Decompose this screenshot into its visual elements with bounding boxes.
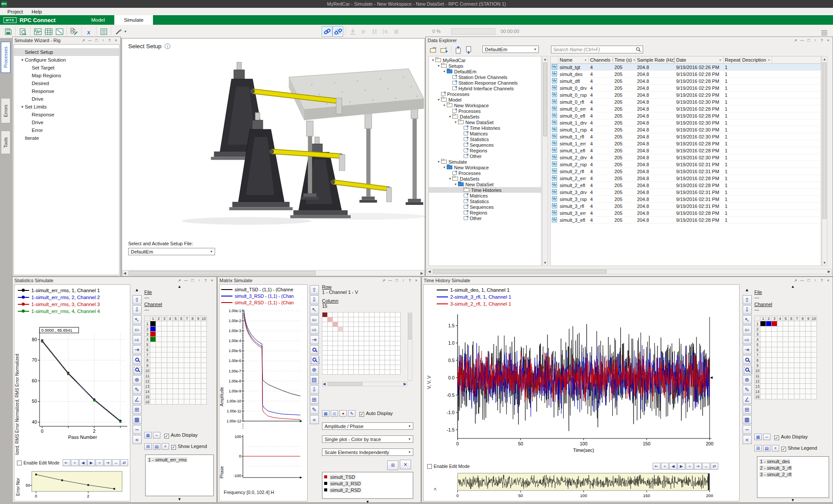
grid-cell[interactable] bbox=[162, 332, 167, 337]
matrix-trace-list[interactable]: simult_TSDsimult_3_RSDsimult_2_RSD bbox=[322, 472, 413, 499]
nav-page-fwd-icon[interactable]: » bbox=[686, 463, 694, 470]
grid-cell[interactable] bbox=[196, 326, 201, 332]
grid-cell[interactable] bbox=[201, 342, 207, 347]
maximize-icon[interactable]: □ bbox=[394, 278, 399, 283]
grid-cell[interactable] bbox=[794, 363, 800, 368]
grid-cell[interactable] bbox=[766, 332, 772, 337]
grid-cell[interactable] bbox=[395, 327, 401, 332]
plot-type-dropdown[interactable]: Amplitude / Phase▼ bbox=[322, 422, 413, 430]
grid-cell[interactable] bbox=[343, 327, 348, 332]
grid-cell[interactable] bbox=[167, 363, 173, 368]
search-input[interactable]: Search Name (Ctrl+F) bbox=[551, 46, 643, 53]
export-file-icon[interactable] bbox=[464, 45, 474, 54]
help-icon[interactable]: ? bbox=[819, 278, 824, 283]
grid-cell[interactable] bbox=[390, 351, 395, 356]
tree-vscrollbar[interactable]: ▲▼ bbox=[542, 56, 548, 266]
grid-cell[interactable] bbox=[162, 379, 167, 384]
grid-cell[interactable] bbox=[348, 332, 354, 336]
grid-cell[interactable] bbox=[150, 389, 156, 394]
grid-cell[interactable] bbox=[328, 365, 333, 370]
grid-cell[interactable] bbox=[390, 336, 395, 341]
grid-cell[interactable] bbox=[359, 360, 364, 365]
grid-cell[interactable] bbox=[772, 352, 777, 358]
grid-cell[interactable] bbox=[348, 336, 354, 341]
delete-icon[interactable]: × bbox=[772, 445, 779, 451]
grid-cell[interactable] bbox=[806, 363, 811, 368]
grid-cell[interactable] bbox=[783, 379, 789, 384]
grid-cell[interactable] bbox=[348, 322, 354, 327]
grid-cell[interactable] bbox=[338, 365, 343, 370]
grid-cell[interactable] bbox=[395, 356, 401, 360]
grid-cell[interactable] bbox=[179, 352, 184, 358]
grid-cell[interactable] bbox=[783, 352, 789, 358]
table-row[interactable]: simult_0_efl4205204.89/19/2016 02:28 PM1 bbox=[551, 112, 821, 119]
sidebar-tab-processes[interactable]: Processes bbox=[1, 42, 10, 73]
grid-cell[interactable] bbox=[395, 322, 401, 327]
save-icon[interactable] bbox=[3, 26, 13, 37]
grid-cell[interactable] bbox=[369, 370, 375, 375]
overlay-icon[interactable]: ▤ bbox=[763, 445, 770, 451]
trace-list-item[interactable]: simult_TSD bbox=[324, 474, 411, 480]
grid-cell[interactable] bbox=[179, 389, 184, 394]
grid-cell[interactable] bbox=[184, 358, 190, 363]
grid-cell[interactable] bbox=[354, 336, 359, 341]
grid-cell[interactable] bbox=[196, 379, 201, 384]
grid-cell[interactable] bbox=[322, 317, 328, 322]
grid-cell[interactable] bbox=[184, 379, 190, 384]
grid-cell[interactable] bbox=[800, 389, 806, 394]
trace-list-item[interactable]: simult_2_RSD bbox=[324, 487, 411, 493]
grid-cell[interactable] bbox=[348, 360, 354, 365]
grid-cell[interactable] bbox=[184, 352, 190, 358]
table-row[interactable]: simult_1_rfl4205204.89/19/2016 02:30 PM1 bbox=[551, 133, 821, 140]
statistics-thumbnail[interactable]: 5002 bbox=[20, 471, 129, 500]
grid-cell[interactable] bbox=[333, 360, 338, 365]
stop-icon[interactable] bbox=[391, 26, 402, 37]
grid-cell[interactable] bbox=[369, 346, 375, 351]
grid-cell[interactable] bbox=[167, 326, 173, 332]
grid-cell[interactable] bbox=[348, 351, 354, 356]
table-row[interactable]: simult_3_drv4205204.89/19/2016 02:31 PM1 bbox=[551, 189, 821, 196]
grid-cell[interactable] bbox=[800, 321, 806, 326]
grid-cell[interactable] bbox=[184, 399, 190, 405]
grid-cell[interactable] bbox=[338, 351, 343, 356]
chart-display-icon[interactable]: ∼ bbox=[153, 432, 160, 438]
select-mode-icon[interactable]: ↖ bbox=[133, 315, 142, 324]
tree-item-new-dataset[interactable]: ▾New DataSet bbox=[429, 119, 541, 125]
table-row[interactable]: simult_des4205204.89/19/2016 02:28 PM1 bbox=[551, 71, 821, 78]
grid-cell[interactable] bbox=[190, 321, 196, 326]
zoom-in-icon[interactable] bbox=[133, 355, 142, 364]
grid-cell[interactable] bbox=[806, 326, 811, 332]
scroll-up-icon[interactable]: ▲ bbox=[144, 284, 215, 289]
close-icon[interactable]: × bbox=[414, 278, 419, 283]
grid-cell[interactable] bbox=[772, 321, 777, 326]
close-icon[interactable]: × bbox=[209, 278, 215, 283]
grid-cell[interactable] bbox=[783, 363, 789, 368]
grid-cell[interactable] bbox=[806, 384, 811, 389]
matrix-cell-grid[interactable]: ◀▶ bbox=[322, 312, 419, 375]
grid-cell[interactable] bbox=[343, 341, 348, 346]
grid-cell[interactable] bbox=[156, 326, 162, 332]
grid-cell[interactable] bbox=[333, 346, 338, 351]
grid-cell[interactable] bbox=[772, 389, 777, 394]
grid-cell[interactable] bbox=[322, 356, 328, 360]
tree-item-other[interactable]: Other bbox=[429, 153, 541, 159]
grid-cell[interactable] bbox=[760, 368, 766, 373]
grid-cell[interactable] bbox=[167, 394, 173, 399]
table-row[interactable]: simult_dfl4205204.89/19/2016 02:28 PM1 bbox=[551, 78, 821, 85]
grid-cell[interactable] bbox=[333, 332, 338, 336]
tree-item-time-histories[interactable]: Time Histories bbox=[429, 187, 541, 193]
grid-cell[interactable] bbox=[380, 332, 385, 336]
grid-cell[interactable] bbox=[772, 368, 777, 373]
table-row[interactable]: simult_tgt4205204.89/19/2016 02:26 PM1 bbox=[551, 64, 821, 71]
grid-cell[interactable] bbox=[811, 347, 817, 352]
table-row[interactable]: simult_2_rsp4205204.89/19/2016 02:31 PM1 bbox=[551, 161, 821, 168]
grid-light-icon[interactable]: ▦ bbox=[331, 410, 338, 417]
grid-cell[interactable] bbox=[806, 368, 811, 373]
grid-cell[interactable] bbox=[380, 336, 385, 341]
menu-project[interactable]: Project bbox=[3, 9, 27, 15]
grid-display-icon[interactable]: ▦ bbox=[144, 432, 152, 438]
grid-cell[interactable] bbox=[794, 352, 800, 358]
table-row[interactable]: simult_1_rsp4205204.89/19/2016 02:30 PM1 bbox=[551, 126, 821, 133]
grid-cell[interactable] bbox=[777, 347, 783, 352]
grid-cell[interactable] bbox=[322, 341, 328, 346]
